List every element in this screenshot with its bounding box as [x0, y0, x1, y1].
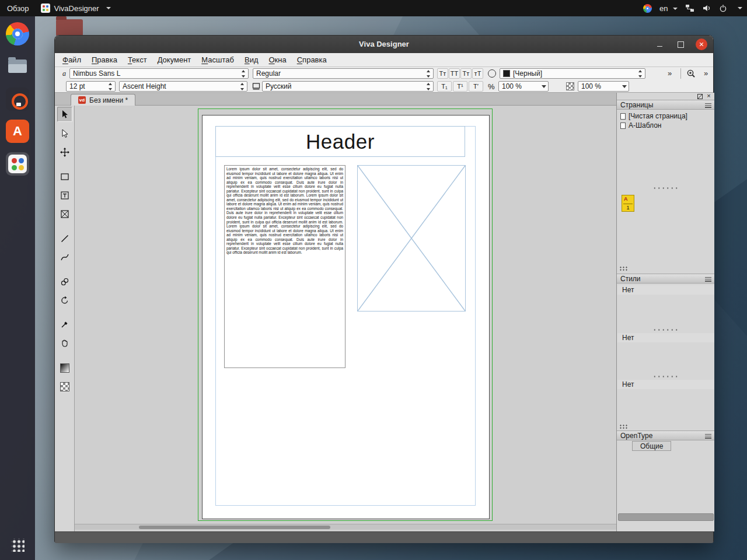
text-frame-tool[interactable] — [57, 188, 72, 203]
volume-icon[interactable] — [702, 4, 711, 12]
text-color-select[interactable]: [Черный] — [500, 68, 645, 79]
panel-splitter[interactable] — [652, 375, 679, 378]
vivadesigner-dock-icon[interactable] — [6, 152, 29, 176]
panel-float-icon[interactable] — [697, 94, 703, 99]
panel-splitter[interactable] — [652, 187, 679, 190]
window-titlebar[interactable]: Viva Designer — [55, 36, 713, 53]
body-text-frame[interactable]: Lorem ipsum dolor sit amet, consectetur … — [224, 165, 345, 368]
rotate-tool[interactable] — [57, 293, 72, 308]
font-family-select[interactable]: Nimbus Sans L — [69, 68, 249, 79]
panel-scrollbar[interactable] — [618, 513, 714, 521]
line-tool[interactable] — [57, 231, 72, 246]
menu-help[interactable]: Справка — [292, 54, 332, 66]
spinner-icon[interactable] — [638, 69, 643, 78]
dropdown-caret-icon[interactable] — [622, 85, 627, 88]
menu-file[interactable]: Файл — [57, 54, 86, 66]
hand-tool[interactable] — [57, 335, 72, 351]
case-button-3[interactable]: Tт — [460, 68, 472, 79]
font-style-select[interactable]: Regular — [253, 68, 434, 79]
case-button-2[interactable]: TT — [449, 68, 460, 79]
direct-selection-tool[interactable] — [57, 126, 72, 141]
panel-close-icon[interactable] — [706, 93, 712, 99]
case-button-4[interactable]: тT — [472, 68, 483, 79]
style-entry[interactable]: Нет — [617, 380, 714, 389]
vivadesigner-icon — [8, 155, 27, 173]
horizontal-scrollbar[interactable] — [75, 524, 616, 530]
zoom-tool-icon[interactable] — [686, 69, 697, 78]
transparency-tool[interactable] — [57, 379, 72, 394]
image-frame[interactable] — [357, 165, 466, 312]
keyboard-layout-indicator[interactable]: en — [659, 4, 678, 13]
spinner-icon[interactable] — [241, 69, 246, 78]
spinner-icon[interactable] — [426, 82, 431, 91]
move-tool[interactable] — [57, 145, 72, 160]
subscript-button[interactable]: T₁ — [437, 81, 452, 92]
app-indicator-menu[interactable]: VivaDesigner — [41, 4, 111, 13]
font-size-select[interactable]: 12 pt — [66, 81, 116, 92]
panel-grip[interactable] — [619, 424, 628, 429]
panel-splitter[interactable] — [652, 328, 679, 331]
spinner-icon[interactable] — [108, 82, 113, 91]
image-frame-tool[interactable] — [57, 206, 72, 222]
menu-edit[interactable]: Правка — [86, 54, 123, 66]
panel-menu-icon[interactable] — [705, 434, 711, 439]
menu-text[interactable]: Текст — [123, 54, 152, 66]
language-select[interactable]: Русский — [262, 81, 434, 92]
opentype-panel-header[interactable]: OpenType — [617, 430, 714, 440]
network-icon[interactable] — [685, 4, 694, 12]
document-canvas[interactable]: Header Lorem ipsum dolor sit amet, conse… — [75, 106, 616, 531]
spinner-icon[interactable] — [240, 82, 245, 91]
baseline-mode-select[interactable]: Ascent Height — [119, 81, 247, 92]
dock — [0, 16, 35, 560]
toolbar-overflow-chevron[interactable]: » — [704, 69, 708, 78]
files-icon[interactable] — [6, 54, 29, 78]
selection-tool[interactable] — [57, 107, 72, 122]
scrollbar-thumb[interactable] — [139, 526, 330, 529]
pages-panel-header[interactable]: Страницы — [617, 100, 714, 110]
color-circle-icon[interactable] — [488, 69, 496, 78]
styles-panel-header[interactable]: Стили — [617, 274, 714, 284]
horizontal-scale-select[interactable]: 100 % — [498, 81, 549, 92]
menu-zoom[interactable]: Масштаб — [196, 54, 239, 66]
baseline-grid-icon[interactable] — [252, 82, 260, 90]
tint-select[interactable]: 100 % — [578, 81, 629, 92]
minimize-button[interactable] — [654, 38, 665, 50]
show-applications-icon[interactable] — [6, 533, 29, 556]
maximize-button[interactable] — [675, 38, 686, 50]
power-icon[interactable] — [719, 4, 727, 12]
superscript-button[interactable]: T¹ — [453, 81, 467, 92]
pages-item-master[interactable]: А-Шаблон — [617, 121, 714, 130]
eyedropper-tool[interactable] — [57, 317, 72, 332]
bezier-tool[interactable] — [57, 250, 72, 265]
menu-document[interactable]: Документ — [152, 54, 197, 66]
chrome-icon[interactable] — [6, 22, 29, 46]
case-button-1[interactable]: Tт — [437, 68, 448, 79]
master-page-thumbnail[interactable]: A 1 — [622, 195, 634, 212]
header-text-frame[interactable]: Header — [215, 126, 465, 157]
toolbar-overflow-chevron[interactable]: » — [668, 69, 672, 78]
close-button[interactable] — [696, 38, 707, 50]
chevron-down-icon[interactable] — [738, 7, 742, 9]
panel-grip[interactable] — [619, 266, 628, 271]
document-tab[interactable]: vd Без имени * — [71, 94, 135, 106]
document-page[interactable]: Header Lorem ipsum dolor sit amet, conse… — [202, 115, 490, 519]
prime-button[interactable]: T′ — [469, 81, 483, 92]
pages-item-blank[interactable]: [Чистая страница] — [617, 111, 714, 121]
menu-view[interactable]: Вид — [239, 54, 264, 66]
panel-menu-icon[interactable] — [705, 103, 711, 108]
desktop-folder-icon[interactable] — [56, 19, 83, 36]
ubuntu-software-icon[interactable] — [6, 120, 29, 143]
link-tool[interactable] — [57, 274, 72, 289]
style-entry[interactable]: Нет — [617, 285, 714, 295]
spinner-icon[interactable] — [426, 69, 431, 78]
menu-windows[interactable]: Окна — [263, 54, 291, 66]
dropdown-caret-icon[interactable] — [542, 85, 546, 88]
opentype-general-tab[interactable]: Общие — [632, 441, 671, 451]
activities-button[interactable]: Обзор — [7, 4, 29, 13]
panel-menu-icon[interactable] — [705, 277, 711, 282]
rectangle-frame-tool[interactable] — [57, 169, 72, 184]
gradient-tool[interactable] — [57, 360, 72, 376]
style-entry[interactable]: Нет — [617, 333, 714, 342]
media-app-icon[interactable] — [6, 88, 29, 111]
chrome-tray-icon[interactable] — [643, 4, 652, 13]
